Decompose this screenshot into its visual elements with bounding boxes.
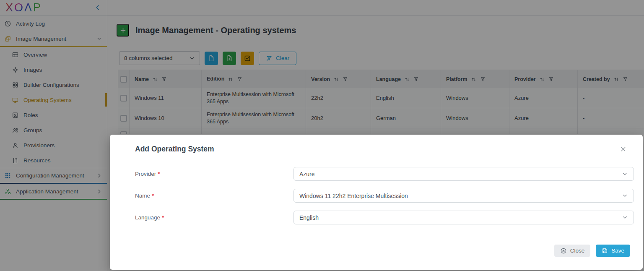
field-label-text: Name <box>135 193 150 199</box>
chevron-down-icon <box>622 171 628 177</box>
modal-footer: Close Save <box>554 245 630 257</box>
save-button-label: Save <box>611 248 624 254</box>
field-label-text: Language <box>135 214 160 221</box>
language-select[interactable]: English <box>293 211 634 224</box>
language-field-row: Language* English <box>135 211 634 224</box>
required-marker: * <box>152 193 154 199</box>
required-marker: * <box>162 214 164 221</box>
close-button[interactable]: Close <box>554 245 591 257</box>
chevron-down-icon <box>622 193 628 199</box>
provider-label: Provider* <box>135 171 293 177</box>
name-field-row: Name* Windows 11 22h2 Enterprise Multise… <box>135 189 634 203</box>
name-select-value: Windows 11 22h2 Enterprise Multisession <box>299 193 408 199</box>
circle-x-icon <box>560 248 567 254</box>
modal-header: Add Operating System <box>135 145 627 154</box>
language-select-value: English <box>299 214 319 221</box>
chevron-down-icon <box>622 214 628 221</box>
modal-title: Add Operating System <box>135 145 214 154</box>
required-marker: * <box>158 171 160 177</box>
save-button[interactable]: Save <box>596 245 630 257</box>
provider-field-row: Provider* Azure <box>135 167 634 181</box>
close-button-label: Close <box>570 248 585 254</box>
close-icon[interactable] <box>620 146 627 153</box>
provider-select[interactable]: Azure <box>293 167 634 181</box>
field-label-text: Provider <box>135 171 156 177</box>
language-label: Language* <box>135 214 293 221</box>
save-floppy-icon <box>602 248 608 254</box>
provider-select-value: Azure <box>299 171 315 177</box>
name-select[interactable]: Windows 11 22h2 Enterprise Multisession <box>293 189 634 203</box>
name-label: Name* <box>135 193 293 199</box>
add-operating-system-modal: Add Operating System Provider* Azure Nam… <box>110 135 643 270</box>
